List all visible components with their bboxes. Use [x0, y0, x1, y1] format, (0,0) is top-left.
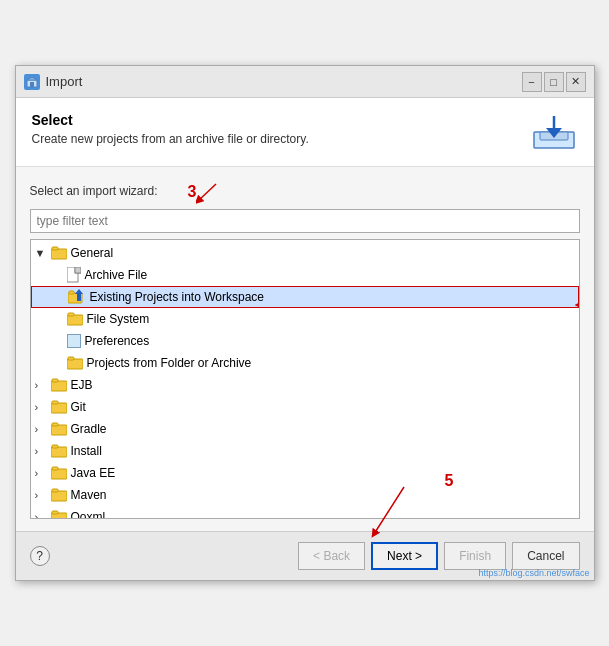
minimize-button[interactable]: − — [522, 72, 542, 92]
svg-rect-2 — [30, 82, 34, 87]
content-wrapper: Select an import wizard: 3 ▼GeneralArchi… — [30, 179, 580, 519]
toggle-arrow: › — [35, 511, 49, 518]
tree-item-label: File System — [87, 312, 150, 326]
tree-item-general[interactable]: ▼General — [31, 242, 579, 264]
toggle-arrow: › — [35, 423, 49, 435]
svg-rect-25 — [52, 423, 58, 426]
svg-rect-19 — [68, 357, 74, 360]
back-button[interactable]: < Back — [298, 542, 365, 570]
folder-icon — [51, 466, 67, 480]
tree-item-label: Projects from Folder or Archive — [87, 356, 252, 370]
toggle-arrow: › — [35, 401, 49, 413]
svg-rect-12 — [75, 267, 81, 273]
tree-item-label: Maven — [71, 488, 107, 502]
close-button[interactable]: ✕ — [566, 72, 586, 92]
filter-input[interactable] — [30, 209, 580, 233]
cancel-button[interactable]: Cancel — [512, 542, 579, 570]
header-text: Select Create new projects from an archi… — [32, 112, 309, 146]
prefs-icon — [67, 334, 81, 348]
tree-item-label: Ooxml — [71, 510, 106, 518]
svg-rect-17 — [68, 313, 74, 316]
tree-item-ooxml[interactable]: ›Ooxml — [31, 506, 579, 518]
finish-button[interactable]: Finish — [444, 542, 506, 570]
folder-icon — [51, 510, 67, 518]
tree-item-label: Git — [71, 400, 86, 414]
svg-rect-27 — [52, 445, 58, 448]
annotation-3: 3 — [188, 183, 197, 201]
tree-item-projects-from-folder[interactable]: Projects from Folder or Archive — [31, 352, 579, 374]
import-wizard-icon — [532, 114, 576, 150]
toggle-arrow: › — [35, 489, 49, 501]
folder-icon — [51, 488, 67, 502]
maximize-button[interactable]: □ — [544, 72, 564, 92]
toggle-arrow: › — [35, 379, 49, 391]
folder-icon — [51, 246, 67, 260]
folder-icon — [67, 312, 83, 326]
header-description: Create new projects from an archive file… — [32, 132, 309, 146]
next-button[interactable]: Next > — [371, 542, 438, 570]
folder-icon — [51, 444, 67, 458]
svg-rect-29 — [52, 467, 58, 470]
tree-item-java-ee[interactable]: ›Java EE — [31, 462, 579, 484]
header-icon — [530, 112, 578, 152]
tree-item-maven[interactable]: ›Maven — [31, 484, 579, 506]
window-title: Import — [46, 74, 522, 89]
svg-marker-1 — [27, 77, 37, 80]
svg-rect-23 — [52, 401, 58, 404]
footer-section: 5 ? < Back Next > Finish Cancel https://… — [16, 531, 594, 580]
tree-item-preferences[interactable]: Preferences — [31, 330, 579, 352]
import-dialog: Import − □ ✕ Select Create new projects … — [15, 65, 595, 581]
toggle-arrow: ▼ — [35, 247, 49, 259]
footer-left: ? — [30, 546, 50, 566]
tree-item-label: Install — [71, 444, 102, 458]
tree-container: ▼GeneralArchive FileExisting Projects in… — [30, 239, 580, 519]
help-button[interactable]: ? — [30, 546, 50, 566]
tree-item-file-system[interactable]: File System — [31, 308, 579, 330]
tree-item-git[interactable]: ›Git — [31, 396, 579, 418]
tree-item-ejb[interactable]: ›EJB — [31, 374, 579, 396]
tree-item-label: Existing Projects into Workspace — [90, 290, 265, 304]
app-icon — [24, 74, 40, 90]
svg-rect-31 — [52, 489, 58, 492]
watermark: https://blog.csdn.net/swface — [478, 568, 589, 578]
wizard-label: Select an import wizard: — [30, 184, 158, 198]
annotation-5: 5 — [445, 472, 454, 490]
tree-item-label: EJB — [71, 378, 93, 392]
tree-item-gradle[interactable]: ›Gradle — [31, 418, 579, 440]
arrow-3 — [196, 179, 246, 209]
window-controls: − □ ✕ — [522, 72, 586, 92]
wizard-label-row: Select an import wizard: 3 — [30, 179, 580, 209]
special-folder-icon — [68, 289, 86, 305]
svg-rect-33 — [52, 511, 58, 514]
folder-icon — [67, 356, 83, 370]
tree-item-label: Java EE — [71, 466, 116, 480]
tree-item-label: General — [71, 246, 114, 260]
toggle-arrow: › — [35, 445, 49, 457]
content-section: Select an import wizard: 3 ▼GeneralArchi… — [16, 167, 594, 531]
tree-item-existing-projects[interactable]: Existing Projects into Workspace — [31, 286, 579, 308]
footer-buttons: < Back Next > Finish Cancel — [298, 542, 579, 570]
folder-icon — [51, 378, 67, 392]
svg-rect-14 — [69, 291, 74, 294]
tree-item-label: Archive File — [85, 268, 148, 282]
doc-icon — [67, 267, 81, 283]
tree-item-archive-file[interactable]: Archive File — [31, 264, 579, 286]
tree-item-label: Preferences — [85, 334, 150, 348]
svg-rect-21 — [52, 379, 58, 382]
header-title: Select — [32, 112, 309, 128]
folder-icon — [51, 400, 67, 414]
folder-icon — [51, 422, 67, 436]
svg-rect-9 — [52, 247, 58, 250]
header-section: Select Create new projects from an archi… — [16, 98, 594, 167]
tree-item-install[interactable]: ›Install — [31, 440, 579, 462]
title-bar: Import − □ ✕ — [16, 66, 594, 98]
tree-scroll[interactable]: ▼GeneralArchive FileExisting Projects in… — [31, 240, 579, 518]
toggle-arrow: › — [35, 467, 49, 479]
tree-item-label: Gradle — [71, 422, 107, 436]
